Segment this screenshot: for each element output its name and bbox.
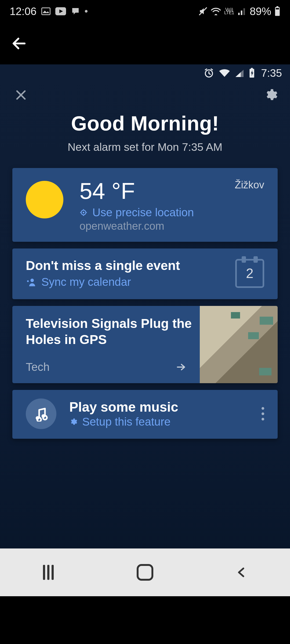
svg-rect-8 (251, 68, 253, 69)
battery-charging-icon (249, 68, 255, 78)
status-time: 12:06 (10, 5, 37, 17)
svg-point-12 (36, 416, 39, 420)
alarm-app-screen: 7:35 Good Morning! Next alarm set for Mo… (0, 64, 290, 596)
settings-button[interactable] (264, 88, 278, 102)
next-alarm-subtitle: Next alarm set for Mon 7:35 AM (0, 141, 290, 153)
svg-rect-0 (42, 8, 50, 15)
person-add-icon (26, 278, 36, 286)
svg-rect-5 (276, 8, 279, 9)
close-button[interactable] (15, 89, 27, 101)
precise-location-label: Use precise location (92, 206, 194, 219)
weather-source: openweather.com (79, 220, 235, 232)
svg-point-13 (42, 414, 45, 418)
wifi-icon (219, 68, 230, 78)
music-card[interactable]: Play some music Setup this feature (12, 390, 278, 439)
svg-point-11 (30, 279, 34, 282)
outer-status-bar: 12:06 Vo))LTE1 89% (0, 0, 290, 23)
chat-icon (71, 7, 80, 16)
calendar-day-number: 2 (246, 266, 253, 281)
use-precise-location-link[interactable]: Use precise location (79, 206, 235, 219)
gallery-icon (41, 7, 50, 15)
music-note-icon (26, 398, 56, 429)
svg-rect-4 (277, 6, 278, 8)
setup-music-label: Setup this feature (82, 415, 171, 428)
calendar-icon: 2 (235, 259, 264, 288)
battery-icon (274, 6, 280, 16)
more-options-button[interactable] (262, 407, 264, 420)
news-card[interactable]: Television Signals Plug the Holes in GPS… (12, 306, 278, 383)
greeting-title: Good Morning! (0, 112, 290, 135)
calendar-card[interactable]: Don't miss a single event Sync my calend… (12, 248, 278, 299)
outer-app-bar (0, 23, 290, 64)
inner-status-time: 7:35 (261, 67, 282, 79)
weather-card[interactable]: 54 °F Use precise location openweather.c… (12, 168, 278, 242)
back-button[interactable] (231, 562, 252, 583)
music-card-title: Play some music (69, 399, 249, 415)
alarm-icon (204, 68, 214, 78)
sync-calendar-link[interactable]: Sync my calendar (26, 276, 235, 288)
target-icon (79, 208, 88, 217)
calendar-card-title: Don't miss a single event (26, 258, 235, 273)
wifi-icon (211, 7, 221, 15)
sun-icon (26, 181, 63, 218)
more-notifications-dot (85, 10, 88, 13)
sync-calendar-label: Sync my calendar (41, 276, 131, 288)
back-arrow-icon[interactable] (11, 35, 27, 52)
lte-indicator: Vo))LTE1 (224, 8, 234, 14)
youtube-icon (55, 7, 66, 15)
android-navigation-bar (0, 548, 290, 596)
news-thumbnail (200, 306, 278, 383)
recents-button[interactable] (38, 562, 59, 583)
temperature-value: 54 °F (79, 179, 235, 202)
weather-location: Žižkov (235, 179, 264, 191)
mute-icon (198, 7, 208, 16)
arrow-right-icon (176, 362, 186, 372)
signal-icon (235, 69, 244, 77)
news-category: Tech (26, 361, 50, 374)
inner-status-bar: 7:35 (0, 64, 290, 82)
setup-music-link[interactable]: Setup this feature (69, 415, 249, 428)
svg-point-10 (83, 212, 84, 213)
gear-small-icon (69, 418, 77, 426)
news-headline: Television Signals Plug the Holes in GPS (26, 316, 192, 348)
battery-percentage: 89% (250, 5, 271, 17)
home-button[interactable] (134, 562, 156, 583)
signal-icon (237, 8, 247, 15)
